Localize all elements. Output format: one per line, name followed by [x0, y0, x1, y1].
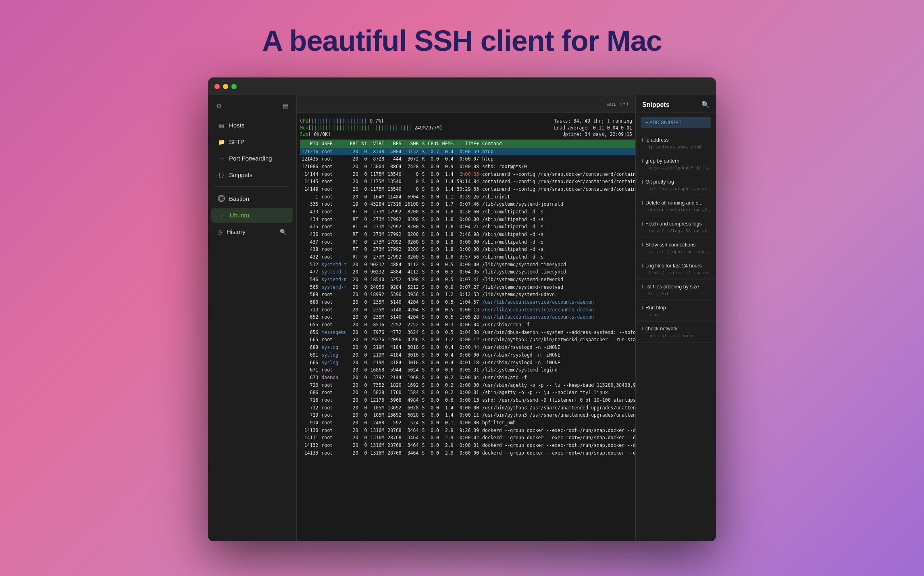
sidebar-item-bastion[interactable]: Bastion — [211, 191, 293, 206]
sidebar-item-ubuntu[interactable]: ›_ Ubuntu — [211, 208, 293, 223]
table-row[interactable]: 720 root 20 0 7352 1820 1692 S 0.0 0.2 0… — [300, 382, 635, 389]
col-time: TIME+ — [455, 140, 481, 148]
snippet-info-icon: ℹ — [641, 263, 643, 269]
col-pid: PID — [300, 140, 320, 148]
table-row[interactable]: 14131 root 20 0 1316M 28768 3464 S 0.0 2… — [300, 434, 635, 442]
close-button[interactable] — [214, 84, 220, 89]
table-row[interactable]: 691 syslog 20 0 219M 4184 3016 S 0.0 0.4… — [300, 351, 635, 359]
snippets-search-icon[interactable]: 🔍 — [701, 101, 710, 109]
sidebar-item-port-forwarding[interactable]: → Port Forwarding — [211, 151, 293, 166]
settings-icon[interactable]: ⚙ — [214, 102, 223, 111]
table-row[interactable]: 437 root RT 0 273M 17992 8200 S 0.0 1.8 … — [300, 238, 635, 246]
snippet-name: Show ssh connections — [645, 242, 695, 248]
table-row[interactable]: 14133 root 20 0 1316M 28768 3464 S 0.0 2… — [300, 449, 635, 457]
table-row[interactable]: 565 systemd-r 20 0 24056 9284 5212 S 0.0… — [300, 284, 635, 291]
table-row[interactable]: 732 root 20 0 105M 13692 6028 S 0.0 1.4 … — [300, 404, 635, 412]
snippet-item[interactable]: ℹ Log files for last 24 hours find / -mt… — [636, 259, 716, 280]
snippets-header: Snippets 🔍 — [636, 95, 716, 113]
table-row[interactable]: 680 root 20 0 235M 5140 4204 S 0.0 0.5 1… — [300, 298, 635, 306]
snippets-list: ℹ ip address ip address show eth0 ℹ grep… — [636, 131, 716, 541]
table-row[interactable]: 335 root 19 0 43284 17316 16108 S 0.0 1.… — [300, 200, 635, 208]
table-row[interactable]: 673 daemon 20 0 3792 2144 1968 S 0.0 0.2… — [300, 374, 635, 382]
terminal-header: aui (•) — [297, 95, 635, 113]
snippet-name: Delete all running and s... — [645, 200, 703, 206]
table-row[interactable]: 656 messagebu 20 0 7976 4772 3624 S 0.0 … — [300, 329, 635, 336]
snippet-item[interactable]: ℹ Run htop htop — [636, 301, 716, 322]
table-row[interactable]: 729 root 20 0 105M 13692 6028 S 0.0 1.4 … — [300, 411, 635, 419]
snippet-item[interactable]: ℹ list files ordering by size ls -lSrh — [636, 280, 716, 301]
table-row[interactable]: 121086 root 20 0 13804 8864 7428 S 0.0 0… — [300, 163, 635, 171]
snippet-name: Log files for last 24 hours — [645, 263, 702, 269]
col-user: USER — [320, 140, 348, 148]
table-row[interactable]: 14130 root 20 0 1316M 28768 3464 S 0.0 2… — [300, 427, 635, 434]
snippet-preview: ss -at ( dport = :ssh or sport = :... — [641, 249, 710, 255]
snippet-name: Fetch and compress logs — [645, 221, 702, 227]
table-row[interactable]: 512 systemd-t 20 0 90232 4884 4112 S 0.0… — [300, 261, 635, 269]
table-row[interactable]: 436 root RT 0 273M 17992 8200 S 0.0 1.8 … — [300, 231, 635, 238]
app-window: ⚙ ▤ ▦ Hosts 📁 SFTP → Port Forwarding {} … — [208, 77, 716, 541]
snippet-item[interactable]: ℹ Fetch and compress logs rm -rf ~/logs … — [636, 217, 716, 238]
table-row[interactable]: 655 root 20 0 8536 2252 2252 S 0.0 0.3 0… — [300, 321, 635, 329]
sidebar-item-snippets[interactable]: {} Snippets — [211, 167, 293, 182]
snippet-name: Run htop — [645, 305, 666, 311]
snippet-item[interactable]: ℹ grep by pattern grep --include=\*.{c,h… — [636, 154, 716, 175]
table-row[interactable]: 713 root 20 0 235M 5140 4204 S 0.0 0.5 0… — [300, 306, 635, 314]
col-res: RES — [386, 140, 403, 148]
snippet-item[interactable]: ℹ Git pretty log git log --graph --prett… — [636, 175, 716, 196]
table-row[interactable]: 589 root 20 0 18992 5396 3936 S 0.0 1.2 … — [300, 291, 635, 298]
table-row[interactable]: 14132 root 20 0 1316M 28768 3464 S 0.0 2… — [300, 442, 635, 449]
table-row[interactable]: 121435 root 20 0 8728 444 3072 R 0.0 0.4… — [300, 155, 635, 163]
snippet-item[interactable]: ℹ check network netstat -a | more — [636, 322, 716, 343]
snippets-panel: Snippets 🔍 + ADD SNIPPET ℹ ip address ip… — [635, 95, 716, 541]
table-row[interactable]: 14144 root 20 0 1175M 13540 0 S 0.0 1.4 … — [300, 171, 635, 178]
col-s: S — [420, 140, 426, 148]
table-row[interactable]: 14149 root 20 0 1175M 13540 0 S 0.0 1.4 … — [300, 186, 635, 193]
table-row[interactable]: 671 root 20 0 16868 5944 5024 S 0.0 0.6 … — [300, 366, 635, 374]
table-row[interactable]: 686 root 20 0 5828 1700 1584 S 0.0 0.2 0… — [300, 389, 635, 397]
snippet-item[interactable]: ℹ Show ssh connections ss -at ( dport = … — [636, 238, 716, 259]
table-row[interactable]: 435 root RT 0 273M 17992 8200 S 0.0 1.8 … — [300, 223, 635, 231]
col-mem: MEM% — [441, 140, 455, 148]
table-row[interactable]: 434 root RT 0 273M 17992 8200 S 0.0 1.8 … — [300, 216, 635, 223]
add-snippet-button[interactable]: + ADD SNIPPET — [641, 117, 711, 128]
table-row[interactable]: 914 root 20 0 2488 592 524 S 0.0 0.1 0:0… — [300, 419, 635, 427]
sidebar-item-hosts[interactable]: ▦ Hosts — [211, 118, 293, 133]
table-row[interactable]: 477 systemd-t 20 0 90232 4884 4112 S 0.0… — [300, 268, 635, 276]
sidebar-item-history[interactable]: ◷ History 🔍 — [211, 224, 293, 239]
maximize-button[interactable] — [231, 84, 237, 89]
snippet-info-icon: ℹ — [641, 284, 643, 290]
snippet-item[interactable]: ℹ Delete all running and s... docker con… — [636, 196, 716, 217]
table-row[interactable]: 433 root RT 0 273M 17992 8200 S 0.0 1.8 … — [300, 208, 635, 216]
snippet-preview: rm -rf ~/logs && rm -f ~/compr... — [641, 228, 710, 234]
table-row[interactable]: 546 systemd-n 20 0 18540 5252 4308 S 0.0… — [300, 276, 635, 284]
terminal-area: aui (•) CPU[|||||||||||||||||||| 0.7%] M… — [297, 95, 635, 541]
history-icon: ◷ — [218, 229, 223, 235]
table-row[interactable]: 666 syslog 20 0 219M 4184 3016 S 0.0 0.4… — [300, 359, 635, 367]
sidebar-item-bastion-label: Bastion — [229, 195, 249, 202]
table-row[interactable]: 432 root RT 0 273M 17992 8200 S 0.0 1.8 … — [300, 253, 635, 261]
table-row[interactable]: 688 syslog 20 0 219M 4184 3016 S 0.0 0.4… — [300, 344, 635, 351]
sidebar-item-history-label: History — [227, 228, 246, 235]
htop-stats: CPU[|||||||||||||||||||| 0.7%] Mem[|||||… — [300, 116, 632, 140]
table-row[interactable]: 14145 root 20 0 1175M 13540 0 S 0.0 1.4 … — [300, 178, 635, 186]
table-row[interactable]: 438 root RT 0 273M 17992 8200 S 0.0 1.8 … — [300, 246, 635, 253]
terminal-content[interactable]: CPU[|||||||||||||||||||| 0.7%] Mem[|||||… — [297, 113, 635, 541]
table-row[interactable]: 716 root 20 0 12176 5968 4984 S 0.0 0.6 … — [300, 397, 635, 404]
table-row[interactable]: 1 root 20 0 164M 11484 6904 S 0.0 1.1 0:… — [300, 193, 635, 201]
minimize-button[interactable] — [223, 84, 228, 89]
sidebar: ⚙ ▤ ▦ Hosts 📁 SFTP → Port Forwarding {} … — [208, 95, 297, 541]
traffic-lights — [214, 84, 237, 89]
snippet-name: list files ordering by size — [645, 284, 699, 290]
snippet-name: ip address — [645, 137, 669, 143]
history-search-icon[interactable]: 🔍 — [280, 229, 287, 235]
snippet-info-icon: ℹ — [641, 200, 643, 206]
snippet-item[interactable]: ℹ ip address ip address show eth0 — [636, 133, 716, 154]
table-row[interactable]: 665 root 20 0 29276 12096 4396 S 0.0 1.2… — [300, 336, 635, 344]
sidebar-item-sftp[interactable]: 📁 SFTP — [211, 134, 293, 149]
snippet-info-icon: ℹ — [641, 138, 643, 143]
sidebar-top: ⚙ ▤ — [208, 98, 296, 114]
snippets-title: Snippets — [642, 101, 670, 109]
table-row[interactable]: 121216 root 20 0 8348 4004 3132 S 0.7 0.… — [300, 148, 635, 156]
new-terminal-icon[interactable]: ▤ — [281, 102, 290, 111]
table-row[interactable]: 652 root 20 0 235M 5140 4204 S 0.0 0.5 1… — [300, 313, 635, 321]
